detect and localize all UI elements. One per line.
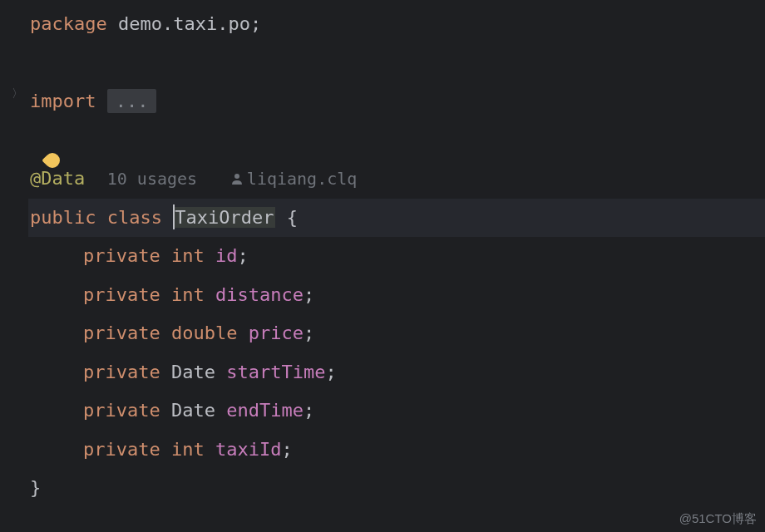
close-brace: } — [30, 477, 41, 498]
keyword-private: private — [83, 400, 160, 421]
field-endTime: endTime — [226, 400, 304, 421]
semicolon: ; — [250, 13, 261, 34]
watermark: @51CTO博客 — [679, 511, 757, 527]
keyword-public: public — [30, 207, 96, 228]
text-caret — [173, 204, 175, 229]
code-line[interactable]: private int id; — [30, 237, 765, 276]
semicolon: ; — [325, 362, 336, 382]
keyword-private: private — [83, 439, 160, 460]
keyword-package: package — [30, 13, 107, 34]
type-double: double — [171, 323, 237, 343]
package-name: demo.taxi.po — [118, 13, 250, 34]
keyword-import: import — [30, 91, 96, 111]
keyword-private: private — [83, 245, 160, 266]
class-name: TaxiOrder — [173, 207, 275, 228]
code-line-cursor[interactable]: public class TaxiOrder { — [28, 199, 765, 238]
code-line[interactable]: import ... — [30, 82, 765, 121]
code-line[interactable]: } — [30, 469, 765, 508]
code-line[interactable]: private double price; — [30, 314, 765, 353]
semicolon: ; — [304, 323, 314, 343]
usages-hint[interactable]: 10 usages — [107, 169, 197, 189]
semicolon: ; — [281, 439, 292, 460]
code-line[interactable]: private int taxiId; — [30, 431, 765, 470]
code-line[interactable]: private Date startTime; — [30, 353, 765, 392]
type-int: int — [171, 284, 205, 305]
code-line-empty[interactable] — [30, 44, 765, 83]
type-int: int — [171, 439, 205, 460]
keyword-private: private — [83, 323, 160, 343]
code-line[interactable]: package demo.taxi.po; — [30, 5, 765, 44]
field-id: id — [215, 245, 238, 266]
semicolon: ; — [237, 245, 248, 266]
code-area[interactable]: package demo.taxi.po; import ... @Data 1… — [30, 0, 765, 532]
semicolon: ; — [304, 284, 314, 305]
keyword-class: class — [107, 207, 162, 228]
field-price: price — [249, 323, 304, 343]
author-hint[interactable]: liqiang.clq — [247, 169, 357, 189]
code-line-empty[interactable] — [30, 121, 765, 160]
field-startTime: startTime — [226, 362, 325, 382]
type-date: Date — [171, 362, 215, 382]
folded-imports[interactable]: ... — [107, 89, 157, 113]
type-date: Date — [171, 400, 215, 421]
open-brace: { — [287, 207, 298, 228]
annotation-data: @Data — [30, 168, 85, 189]
keyword-private: private — [83, 362, 160, 382]
code-line[interactable]: @Data 10 usages liqiang.clq — [30, 160, 765, 199]
field-distance: distance — [215, 284, 304, 305]
type-int: int — [171, 245, 205, 266]
person-icon — [230, 160, 244, 200]
svg-point-0 — [234, 174, 239, 179]
gutter: 〉 — [0, 0, 30, 532]
code-line[interactable]: private int distance; — [30, 276, 765, 315]
code-editor[interactable]: 〉 package demo.taxi.po; import ... @Data… — [0, 0, 765, 532]
fold-chevron-icon[interactable]: 〉 — [12, 86, 23, 101]
code-line[interactable]: private Date endTime; — [30, 392, 765, 431]
field-taxiId: taxiId — [215, 439, 281, 460]
keyword-private: private — [83, 284, 160, 305]
semicolon: ; — [304, 400, 314, 421]
